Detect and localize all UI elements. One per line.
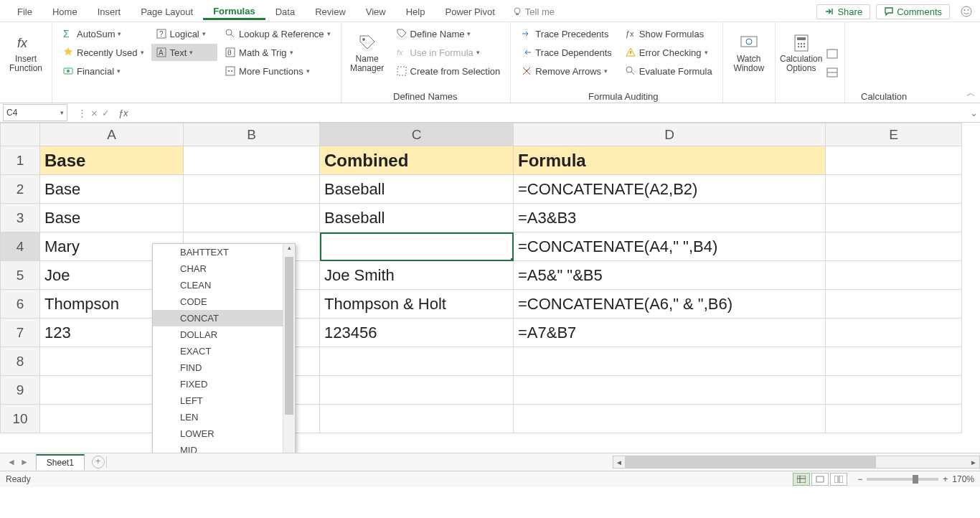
tab-review[interactable]: Review <box>305 4 356 20</box>
menu-item-left[interactable]: LEFT <box>153 392 295 409</box>
cell-E4[interactable] <box>826 232 962 261</box>
calc-sheet-icon[interactable] <box>826 67 839 78</box>
enter-check-icon[interactable]: ✓ <box>102 108 110 118</box>
row-header-7[interactable]: 7 <box>1 319 40 347</box>
cell-A3[interactable]: Base <box>40 204 184 232</box>
error-checking-button[interactable]: Error Checking▾ <box>621 44 717 61</box>
col-header-D[interactable]: D <box>514 123 826 146</box>
logical-button[interactable]: ? Logical▾ <box>151 25 218 42</box>
comments-button[interactable]: Comments <box>876 4 950 19</box>
menu-item-clean[interactable]: CLEAN <box>153 277 295 293</box>
scroll-up-arrow[interactable]: ▴ <box>283 244 295 254</box>
lookup-reference-button[interactable]: Lookup & Reference▾ <box>220 25 335 42</box>
cell-E3[interactable] <box>826 204 962 232</box>
row-header-1[interactable]: 1 <box>1 146 40 175</box>
row-header-4[interactable]: 4 <box>1 232 40 261</box>
cell-D5[interactable]: =A5&" "&B5 <box>514 261 826 290</box>
define-name-button[interactable]: Define Name▾ <box>392 25 505 42</box>
use-in-formula-button[interactable]: fx Use in Formula▾ <box>392 44 505 61</box>
tab-view[interactable]: View <box>356 4 396 20</box>
row-header-6[interactable]: 6 <box>1 290 40 319</box>
insert-function-button[interactable]: fx Insert Function <box>6 25 46 81</box>
row-header-5[interactable]: 5 <box>1 261 40 290</box>
cell-C7[interactable]: 123456 <box>320 319 514 347</box>
evaluate-formula-button[interactable]: Evaluate Formula <box>621 62 717 80</box>
cell-E1[interactable] <box>826 146 962 175</box>
cell-D9[interactable] <box>514 376 826 405</box>
dropdown-split-icon[interactable]: ⋮ <box>77 108 87 118</box>
scroll-thumb[interactable] <box>285 257 293 415</box>
cell-E10[interactable] <box>826 405 962 433</box>
zoom-out-button[interactable]: − <box>857 474 862 484</box>
autosum-button[interactable]: Σ AutoSum▾ <box>58 25 149 42</box>
tab-formulas[interactable]: Formulas <box>203 3 265 20</box>
cell-E7[interactable] <box>826 319 962 347</box>
add-sheet-button[interactable]: + <box>92 456 105 468</box>
col-header-A[interactable]: A <box>40 123 184 146</box>
menu-item-mid[interactable]: MID <box>153 442 295 453</box>
cell-D6[interactable]: =CONCATENATE(A6," & ",B6) <box>514 290 826 319</box>
col-header-C[interactable]: C <box>320 123 514 146</box>
cell-E5[interactable] <box>826 261 962 290</box>
cell-D3[interactable]: =A3&B3 <box>514 204 826 232</box>
math-trig-button[interactable]: θ Math & Trig▾ <box>220 44 335 61</box>
menu-item-fixed[interactable]: FIXED <box>153 376 295 392</box>
fx-icon[interactable]: ƒx <box>118 108 128 118</box>
cell-C9[interactable] <box>320 376 514 405</box>
worksheet-grid[interactable]: ABCDE1BaseCombinedFormula2BaseBaseball=C… <box>0 123 980 453</box>
row-header-8[interactable]: 8 <box>1 347 40 376</box>
row-header-3[interactable]: 3 <box>1 204 40 232</box>
watch-window-button[interactable]: Watch Window <box>729 25 769 81</box>
scroll-right-arrow[interactable]: ► <box>968 458 979 466</box>
view-page-break-button[interactable] <box>830 473 847 486</box>
formula-input[interactable] <box>133 104 968 121</box>
text-functions-button[interactable]: A Text▾ <box>151 44 218 61</box>
show-formulas-button[interactable]: ƒx Show Formulas <box>621 25 717 42</box>
create-from-selection-button[interactable]: Create from Selection <box>392 62 505 80</box>
cell-A2[interactable]: Base <box>40 175 184 204</box>
calc-now-icon[interactable] <box>826 48 839 60</box>
menu-item-exact[interactable]: EXACT <box>153 343 295 359</box>
cell-E6[interactable] <box>826 290 962 319</box>
tab-file[interactable]: File <box>7 4 42 20</box>
sheet-nav-next[interactable]: ► <box>20 457 29 467</box>
view-page-layout-button[interactable] <box>811 473 829 486</box>
cell-D7[interactable]: =A7&B7 <box>514 319 826 347</box>
cell-D1[interactable]: Formula <box>514 146 826 175</box>
tab-help[interactable]: Help <box>396 4 435 20</box>
feedback-smiley-icon[interactable] <box>960 5 973 18</box>
cell-C8[interactable] <box>320 347 514 376</box>
more-functions-button[interactable]: More Functions▾ <box>220 62 335 80</box>
view-normal-button[interactable] <box>793 473 810 486</box>
menu-item-concat[interactable]: CONCAT <box>153 310 295 326</box>
cell-B1[interactable] <box>184 146 320 175</box>
menu-item-dollar[interactable]: DOLLAR <box>153 326 295 343</box>
financial-button[interactable]: Financial▾ <box>58 62 149 80</box>
menu-item-char[interactable]: CHAR <box>153 260 295 277</box>
zoom-slider[interactable] <box>867 478 938 481</box>
sheet-tab-sheet1[interactable]: Sheet1 <box>36 454 85 470</box>
tab-home[interactable]: Home <box>42 4 88 20</box>
cell-E8[interactable] <box>826 347 962 376</box>
horizontal-scrollbar[interactable]: ◄ ► <box>613 456 980 468</box>
cell-C3[interactable]: Baseball <box>320 204 514 232</box>
cell-B2[interactable] <box>184 175 320 204</box>
cell-C10[interactable] <box>320 405 514 433</box>
recently-used-button[interactable]: Recently Used▾ <box>58 44 149 61</box>
tab-pagelayout[interactable]: Page Layout <box>131 4 203 20</box>
menu-item-bahttext[interactable]: BAHTTEXT <box>153 244 295 260</box>
menu-item-find[interactable]: FIND <box>153 359 295 376</box>
col-header-B[interactable]: B <box>184 123 320 146</box>
cell-A1[interactable]: Base <box>40 146 184 175</box>
menu-scrollbar[interactable]: ▴ ▾ <box>283 244 295 453</box>
cell-C1[interactable]: Combined <box>320 146 514 175</box>
row-header-10[interactable]: 10 <box>1 405 40 433</box>
collapse-ribbon-button[interactable]: ︿ <box>966 87 976 100</box>
name-manager-button[interactable]: Name Manager <box>347 25 387 81</box>
menu-item-code[interactable]: CODE <box>153 293 295 310</box>
cell-B3[interactable] <box>184 204 320 232</box>
cell-D8[interactable] <box>514 347 826 376</box>
tab-insert[interactable]: Insert <box>88 4 131 20</box>
cell-C2[interactable]: Baseball <box>320 175 514 204</box>
cell-E2[interactable] <box>826 175 962 204</box>
